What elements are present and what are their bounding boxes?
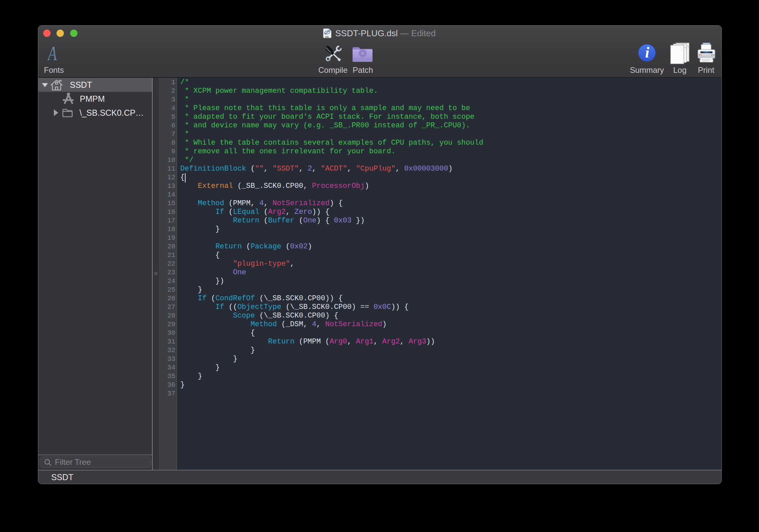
svg-text:i: i	[645, 44, 650, 61]
svg-text:A: A	[48, 45, 57, 62]
svg-text:DSL: DSL	[325, 36, 329, 38]
